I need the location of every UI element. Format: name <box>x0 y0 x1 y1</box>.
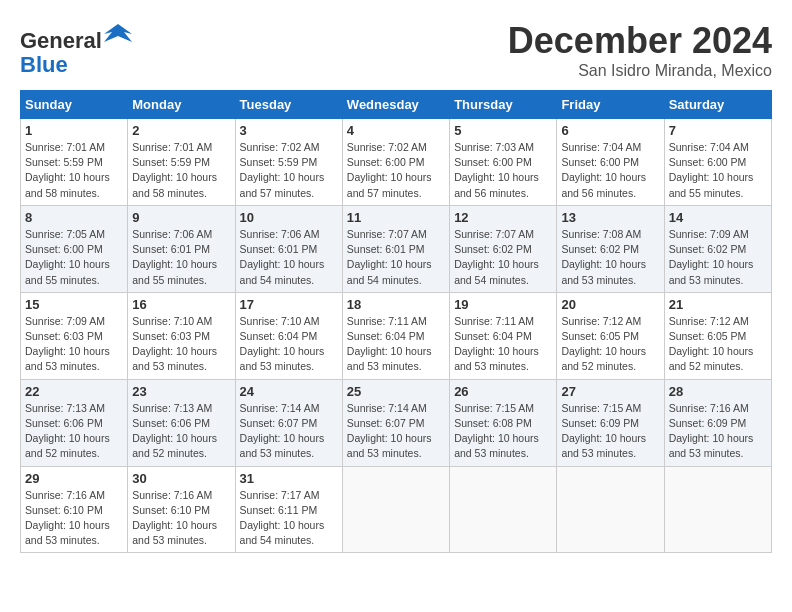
calendar-cell: 25 Sunrise: 7:14 AM Sunset: 6:07 PM Dayl… <box>342 379 449 466</box>
calendar-cell: 8 Sunrise: 7:05 AM Sunset: 6:00 PM Dayli… <box>21 205 128 292</box>
day-of-week-header: Friday <box>557 91 664 119</box>
day-number: 6 <box>561 123 659 138</box>
day-number: 25 <box>347 384 445 399</box>
day-detail: Sunrise: 7:15 AM Sunset: 6:08 PM Dayligh… <box>454 401 552 462</box>
calendar-cell: 30 Sunrise: 7:16 AM Sunset: 6:10 PM Dayl… <box>128 466 235 553</box>
calendar-cell: 27 Sunrise: 7:15 AM Sunset: 6:09 PM Dayl… <box>557 379 664 466</box>
day-detail: Sunrise: 7:12 AM Sunset: 6:05 PM Dayligh… <box>561 314 659 375</box>
day-number: 15 <box>25 297 123 312</box>
month-title: December 2024 <box>508 20 772 62</box>
page-header: General Blue December 2024 San Isidro Mi… <box>20 20 772 80</box>
calendar-cell: 21 Sunrise: 7:12 AM Sunset: 6:05 PM Dayl… <box>664 292 771 379</box>
day-number: 28 <box>669 384 767 399</box>
location: San Isidro Miranda, Mexico <box>508 62 772 80</box>
calendar-cell: 20 Sunrise: 7:12 AM Sunset: 6:05 PM Dayl… <box>557 292 664 379</box>
day-detail: Sunrise: 7:12 AM Sunset: 6:05 PM Dayligh… <box>669 314 767 375</box>
day-number: 30 <box>132 471 230 486</box>
day-detail: Sunrise: 7:07 AM Sunset: 6:01 PM Dayligh… <box>347 227 445 288</box>
calendar-cell: 5 Sunrise: 7:03 AM Sunset: 6:00 PM Dayli… <box>450 119 557 206</box>
day-number: 17 <box>240 297 338 312</box>
logo: General Blue <box>20 20 132 77</box>
day-detail: Sunrise: 7:03 AM Sunset: 6:00 PM Dayligh… <box>454 140 552 201</box>
day-number: 1 <box>25 123 123 138</box>
calendar-cell: 9 Sunrise: 7:06 AM Sunset: 6:01 PM Dayli… <box>128 205 235 292</box>
day-detail: Sunrise: 7:09 AM Sunset: 6:03 PM Dayligh… <box>25 314 123 375</box>
calendar-cell: 31 Sunrise: 7:17 AM Sunset: 6:11 PM Dayl… <box>235 466 342 553</box>
calendar-body: 1 Sunrise: 7:01 AM Sunset: 5:59 PM Dayli… <box>21 119 772 553</box>
calendar-cell: 19 Sunrise: 7:11 AM Sunset: 6:04 PM Dayl… <box>450 292 557 379</box>
calendar-cell: 28 Sunrise: 7:16 AM Sunset: 6:09 PM Dayl… <box>664 379 771 466</box>
calendar-week-row: 29 Sunrise: 7:16 AM Sunset: 6:10 PM Dayl… <box>21 466 772 553</box>
svg-marker-0 <box>104 24 132 42</box>
day-detail: Sunrise: 7:16 AM Sunset: 6:10 PM Dayligh… <box>132 488 230 549</box>
day-detail: Sunrise: 7:06 AM Sunset: 6:01 PM Dayligh… <box>240 227 338 288</box>
calendar-cell: 14 Sunrise: 7:09 AM Sunset: 6:02 PM Dayl… <box>664 205 771 292</box>
day-number: 27 <box>561 384 659 399</box>
calendar-cell: 1 Sunrise: 7:01 AM Sunset: 5:59 PM Dayli… <box>21 119 128 206</box>
day-detail: Sunrise: 7:05 AM Sunset: 6:00 PM Dayligh… <box>25 227 123 288</box>
day-number: 12 <box>454 210 552 225</box>
day-detail: Sunrise: 7:07 AM Sunset: 6:02 PM Dayligh… <box>454 227 552 288</box>
calendar-week-row: 8 Sunrise: 7:05 AM Sunset: 6:00 PM Dayli… <box>21 205 772 292</box>
calendar-week-row: 22 Sunrise: 7:13 AM Sunset: 6:06 PM Dayl… <box>21 379 772 466</box>
day-number: 14 <box>669 210 767 225</box>
calendar-cell: 17 Sunrise: 7:10 AM Sunset: 6:04 PM Dayl… <box>235 292 342 379</box>
day-detail: Sunrise: 7:14 AM Sunset: 6:07 PM Dayligh… <box>240 401 338 462</box>
day-number: 9 <box>132 210 230 225</box>
day-detail: Sunrise: 7:16 AM Sunset: 6:10 PM Dayligh… <box>25 488 123 549</box>
day-number: 29 <box>25 471 123 486</box>
day-detail: Sunrise: 7:10 AM Sunset: 6:04 PM Dayligh… <box>240 314 338 375</box>
day-number: 22 <box>25 384 123 399</box>
day-detail: Sunrise: 7:17 AM Sunset: 6:11 PM Dayligh… <box>240 488 338 549</box>
day-detail: Sunrise: 7:01 AM Sunset: 5:59 PM Dayligh… <box>25 140 123 201</box>
calendar-cell <box>450 466 557 553</box>
calendar-cell <box>664 466 771 553</box>
calendar-cell: 7 Sunrise: 7:04 AM Sunset: 6:00 PM Dayli… <box>664 119 771 206</box>
day-number: 23 <box>132 384 230 399</box>
day-number: 31 <box>240 471 338 486</box>
day-of-week-header: Sunday <box>21 91 128 119</box>
day-number: 5 <box>454 123 552 138</box>
calendar-cell: 4 Sunrise: 7:02 AM Sunset: 6:00 PM Dayli… <box>342 119 449 206</box>
calendar-cell: 23 Sunrise: 7:13 AM Sunset: 6:06 PM Dayl… <box>128 379 235 466</box>
calendar-cell: 13 Sunrise: 7:08 AM Sunset: 6:02 PM Dayl… <box>557 205 664 292</box>
day-number: 10 <box>240 210 338 225</box>
calendar-cell: 18 Sunrise: 7:11 AM Sunset: 6:04 PM Dayl… <box>342 292 449 379</box>
day-detail: Sunrise: 7:02 AM Sunset: 6:00 PM Dayligh… <box>347 140 445 201</box>
day-number: 4 <box>347 123 445 138</box>
calendar-header-row: SundayMondayTuesdayWednesdayThursdayFrid… <box>21 91 772 119</box>
calendar-week-row: 1 Sunrise: 7:01 AM Sunset: 5:59 PM Dayli… <box>21 119 772 206</box>
logo-general: General <box>20 28 102 53</box>
day-number: 26 <box>454 384 552 399</box>
day-detail: Sunrise: 7:14 AM Sunset: 6:07 PM Dayligh… <box>347 401 445 462</box>
day-detail: Sunrise: 7:11 AM Sunset: 6:04 PM Dayligh… <box>454 314 552 375</box>
day-detail: Sunrise: 7:06 AM Sunset: 6:01 PM Dayligh… <box>132 227 230 288</box>
calendar-cell <box>557 466 664 553</box>
calendar-cell: 26 Sunrise: 7:15 AM Sunset: 6:08 PM Dayl… <box>450 379 557 466</box>
day-detail: Sunrise: 7:16 AM Sunset: 6:09 PM Dayligh… <box>669 401 767 462</box>
day-of-week-header: Thursday <box>450 91 557 119</box>
day-number: 21 <box>669 297 767 312</box>
day-detail: Sunrise: 7:09 AM Sunset: 6:02 PM Dayligh… <box>669 227 767 288</box>
day-of-week-header: Wednesday <box>342 91 449 119</box>
day-number: 13 <box>561 210 659 225</box>
day-detail: Sunrise: 7:15 AM Sunset: 6:09 PM Dayligh… <box>561 401 659 462</box>
day-of-week-header: Monday <box>128 91 235 119</box>
day-detail: Sunrise: 7:11 AM Sunset: 6:04 PM Dayligh… <box>347 314 445 375</box>
day-detail: Sunrise: 7:04 AM Sunset: 6:00 PM Dayligh… <box>669 140 767 201</box>
day-number: 16 <box>132 297 230 312</box>
day-detail: Sunrise: 7:13 AM Sunset: 6:06 PM Dayligh… <box>25 401 123 462</box>
day-detail: Sunrise: 7:01 AM Sunset: 5:59 PM Dayligh… <box>132 140 230 201</box>
calendar-cell: 2 Sunrise: 7:01 AM Sunset: 5:59 PM Dayli… <box>128 119 235 206</box>
calendar-cell: 11 Sunrise: 7:07 AM Sunset: 6:01 PM Dayl… <box>342 205 449 292</box>
day-detail: Sunrise: 7:13 AM Sunset: 6:06 PM Dayligh… <box>132 401 230 462</box>
day-number: 18 <box>347 297 445 312</box>
day-detail: Sunrise: 7:08 AM Sunset: 6:02 PM Dayligh… <box>561 227 659 288</box>
logo-blue: Blue <box>20 52 68 77</box>
calendar-cell: 15 Sunrise: 7:09 AM Sunset: 6:03 PM Dayl… <box>21 292 128 379</box>
calendar-cell: 6 Sunrise: 7:04 AM Sunset: 6:00 PM Dayli… <box>557 119 664 206</box>
calendar-cell: 12 Sunrise: 7:07 AM Sunset: 6:02 PM Dayl… <box>450 205 557 292</box>
day-detail: Sunrise: 7:04 AM Sunset: 6:00 PM Dayligh… <box>561 140 659 201</box>
calendar-cell: 29 Sunrise: 7:16 AM Sunset: 6:10 PM Dayl… <box>21 466 128 553</box>
title-area: December 2024 San Isidro Miranda, Mexico <box>508 20 772 80</box>
